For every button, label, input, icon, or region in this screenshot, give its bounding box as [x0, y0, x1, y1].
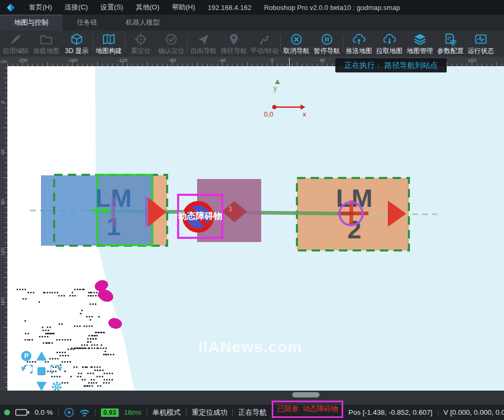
robot-heading-bar	[111, 197, 115, 226]
map-scrollbar-track[interactable]	[0, 391, 504, 405]
tool-load-map: 加载地图	[31, 30, 61, 57]
ruler-cursor	[289, 58, 290, 66]
menu-settings[interactable]: 设置(S)	[100, 3, 123, 12]
tool-label: 平动/转动	[250, 47, 278, 55]
ruler-label: 120	[0, 245, 5, 259]
robot-position: Pos [-1.438, -0.852, 0.607]	[348, 408, 433, 416]
station-lm2-cross-h	[338, 212, 368, 215]
motion-icon	[258, 33, 271, 46]
ruler-label: 40	[0, 145, 5, 160]
ruler-label: 0	[265, 57, 280, 63]
localization-score: 0.93	[101, 408, 119, 417]
wifi-icon[interactable]	[79, 408, 90, 417]
menu-bar: 首页(H)连接(C)设置(S)其他(O)帮助(H) 192.168.4.162 …	[0, 0, 504, 15]
app-logo-icon	[6, 3, 15, 12]
tool-pause-nav[interactable]: 暂停导航	[312, 30, 342, 57]
mapfold-icon	[102, 33, 116, 46]
status-bar: 0.0 % 0.93 16ms 单机模式 重定位成功 正在导航 已阻塞: 动态障…	[0, 405, 504, 420]
statusbar-separator	[58, 409, 59, 416]
controller-icon[interactable]	[64, 407, 74, 417]
tool-label: 取消导航	[283, 47, 310, 55]
station-lm2-number: 2	[347, 216, 362, 244]
latency: 16ms	[124, 408, 141, 416]
tool-label: 推送地图	[346, 47, 372, 55]
tool-relocate: 重定位	[126, 30, 156, 57]
tool-pull-map[interactable]: 拉取地图	[374, 30, 405, 57]
tab-robot-model[interactable]: 机器人模型	[111, 15, 174, 30]
tool-label: 启用编辑	[3, 47, 29, 55]
dynamic-obstacle-marker: 1 动态障碍物	[178, 179, 262, 242]
y-axis-arrow-icon	[275, 79, 280, 84]
tool-translate-rotate: 平动/转动	[249, 30, 280, 57]
tool-push-map[interactable]: 推送地图	[344, 30, 374, 57]
statusbar-separator	[438, 409, 438, 416]
tab-map-control[interactable]: 地图与控制	[0, 15, 63, 30]
menu-other[interactable]: 其他(O)	[136, 3, 159, 12]
tool-map-build[interactable]: 地图构建	[94, 30, 124, 57]
ruler-unit: cm	[0, 57, 7, 66]
ruler-label: 160	[0, 295, 5, 309]
statusbar-separator	[232, 409, 233, 416]
tool-label: 拉取地图	[376, 47, 403, 55]
svg-text:P: P	[24, 352, 28, 360]
tool-map-manage[interactable]: 地图管理	[405, 30, 435, 57]
x-axis-arrow-icon	[301, 104, 305, 110]
cancel-circle-icon	[290, 33, 303, 46]
tab-task-chain[interactable]: 任务链	[63, 15, 111, 30]
tool-enable-edit: 启用编辑	[1, 30, 31, 57]
tool-label: 加载地图	[33, 47, 59, 55]
toolbar-separator	[125, 35, 125, 52]
x-axis-label: x	[303, 110, 306, 118]
ruler-ticks	[0, 66, 7, 391]
toolbar-separator	[280, 35, 281, 52]
stop[interactable]	[35, 365, 48, 377]
toolbar-separator	[187, 35, 188, 52]
tab-bar: 地图与控制任务链机器人模型	[0, 15, 504, 30]
map-pin-icon	[227, 33, 241, 46]
map-scrollbar-thumb[interactable]	[292, 392, 320, 397]
ruler-label: 0	[0, 95, 5, 110]
tool-confirm-position: 确认定位	[156, 30, 187, 57]
map-canvas[interactable]: LM 1 1 动态	[7, 66, 504, 391]
tool-label: 地图构建	[96, 47, 122, 55]
tool-label: 重定位	[131, 47, 151, 55]
statusbar-separator	[95, 409, 96, 416]
toolbar-separator	[92, 35, 93, 52]
rotate-ccw[interactable]	[20, 365, 33, 377]
navigation-status: 正在导航	[238, 408, 266, 417]
tool-label: 自由导航	[190, 47, 217, 55]
obstacle-label: 动态障碍物	[178, 211, 223, 221]
paper-plane-icon	[197, 33, 210, 46]
origin-label: 0,0	[264, 110, 273, 118]
executing-toast: 正在执行： 路径导航到站点	[335, 58, 447, 72]
toolbar: 启用编辑加载地图3D 显示地图构建重定位确认定位自由导航路径导航平动/转动取消导…	[0, 30, 504, 57]
pan-settings[interactable]	[50, 380, 63, 391]
tool-cancel-nav[interactable]: 取消导航	[281, 30, 312, 57]
cube-icon	[70, 33, 84, 46]
ruler-label: 40	[315, 57, 330, 63]
window-title: Roboshop Pro v2.0.0 beta10 : godmap.smap	[264, 4, 400, 12]
map-pan-controls: P	[20, 350, 66, 391]
watermark: IIANews.com	[198, 338, 302, 355]
tool-run-status[interactable]: 运行状态	[466, 30, 496, 57]
p-button[interactable]: P	[20, 350, 33, 362]
param-doc-icon	[444, 33, 457, 46]
crosshair-icon	[134, 33, 148, 46]
cloud-upload-icon	[352, 33, 366, 46]
rotate-cw[interactable]	[50, 365, 63, 377]
pan-up[interactable]	[35, 350, 48, 362]
tool-label: 地图管理	[407, 47, 433, 55]
battery-icon	[15, 408, 29, 416]
map-viewport[interactable]: LM 1 1 动态	[7, 66, 504, 391]
menu-home[interactable]: 首页(H)	[29, 3, 52, 12]
tool-3d-display[interactable]: 3D 显示	[61, 30, 92, 57]
tool-param-config[interactable]: 参数配置	[435, 30, 466, 57]
menu-connect[interactable]: 连接(C)	[65, 3, 88, 12]
pause-circle-icon	[320, 33, 334, 46]
menu-help[interactable]: 帮助(H)	[172, 3, 195, 12]
ruler-label: -40	[215, 57, 230, 63]
tool-label: 运行状态	[468, 47, 494, 55]
ruler-label: -80	[165, 57, 180, 63]
tool-label: 暂停导航	[314, 47, 340, 55]
pan-down[interactable]	[35, 380, 48, 391]
